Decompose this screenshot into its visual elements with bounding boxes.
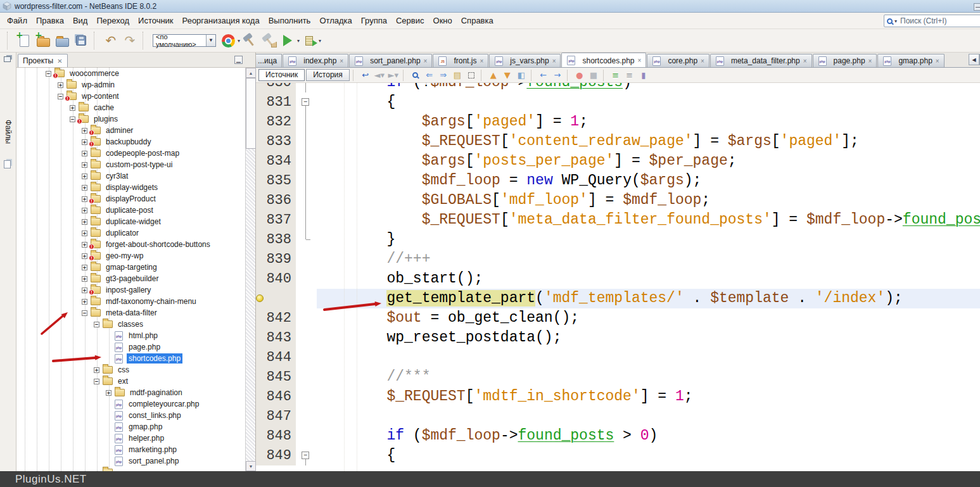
line-number-gutter[interactable]: 832 — [256, 112, 296, 132]
tree-toggle-slot[interactable]: + — [82, 151, 90, 156]
close-icon[interactable]: × — [869, 58, 872, 65]
run-project-button[interactable] — [279, 32, 296, 49]
line-number-gutter[interactable]: 840 — [256, 269, 296, 289]
expand-icon[interactable]: + — [82, 196, 87, 202]
tree-item-wp-content[interactable]: −!wp-content — [16, 91, 246, 102]
tree-item-inpost-gallery[interactable]: +!inpost-gallery — [16, 284, 246, 296]
collapse-icon[interactable]: − — [58, 94, 63, 99]
fold-column[interactable] — [296, 387, 317, 407]
menu-Правка[interactable]: Правка — [32, 14, 68, 27]
line-number-gutter[interactable]: 848 — [256, 426, 296, 446]
tab-core.php[interactable]: phpcore.php× — [647, 54, 710, 67]
tree-item-display-widgets[interactable]: +display-widgets — [16, 182, 246, 193]
scrollbar-thumb[interactable] — [246, 78, 256, 149]
line-number-gutter[interactable]: 847 — [256, 407, 296, 426]
search-input[interactable] — [899, 16, 967, 26]
save-all-button[interactable] — [72, 32, 90, 49]
menu-Сервис[interactable]: Сервис — [391, 14, 429, 27]
line-number-gutter[interactable]: 842 — [256, 308, 296, 328]
undo-button[interactable]: ↶ — [102, 32, 120, 49]
find-icon[interactable] — [409, 69, 422, 82]
fold-column[interactable] — [296, 426, 317, 446]
hint-bulb-icon[interactable] — [256, 294, 264, 302]
menu-Окно[interactable]: Окно — [429, 14, 457, 27]
tree-toggle-slot[interactable]: + — [58, 82, 66, 88]
tree-item-custom-post-type-ui[interactable]: +custom-post-type-ui — [16, 159, 246, 170]
tree-item-woocommerce[interactable]: −!woocommerce — [16, 68, 246, 79]
collapse-icon[interactable]: − — [94, 322, 99, 327]
fold-column[interactable] — [296, 112, 317, 132]
line-number-gutter[interactable] — [256, 289, 296, 308]
tree-item-html.php[interactable]: phphtml.php — [16, 330, 246, 341]
fold-column[interactable] — [296, 269, 317, 289]
tab-sort_panel.php[interactable]: phpsort_panel.php× — [349, 54, 432, 67]
tree-scrollbar[interactable]: ▲ ▼ — [245, 68, 255, 471]
tree-toggle-slot[interactable]: + — [70, 105, 78, 111]
tab-js_vars.php[interactable]: phpjs_vars.php× — [489, 54, 561, 67]
close-icon[interactable]: × — [480, 58, 483, 65]
close-icon[interactable]: × — [936, 58, 939, 65]
tree-item-duplicate-widget[interactable]: +duplicate-widget — [16, 216, 246, 227]
fold-column[interactable] — [296, 348, 317, 367]
line-number-gutter[interactable]: 838 — [256, 230, 296, 250]
tree-item-wp-admin[interactable]: +wp-admin — [16, 79, 246, 91]
comment-icon[interactable]: ≡ — [609, 69, 622, 82]
start-macro-icon[interactable]: ● — [573, 69, 586, 82]
menu-Переход[interactable]: Переход — [92, 14, 134, 27]
tree-item-gmap-targeting[interactable]: +gmap-targeting — [16, 262, 246, 273]
tree-item-codepeople-post-map[interactable]: +codepeople-post-map — [16, 148, 246, 159]
tree-toggle-slot[interactable]: + — [106, 390, 114, 396]
fold-column[interactable] — [296, 171, 317, 191]
tab-meta_data_filter.php[interactable]: phpmeta_data_filter.php× — [710, 54, 812, 67]
line-number-gutter[interactable]: 837 — [256, 210, 296, 230]
toggle-highlight-icon[interactable]: ▤ — [451, 69, 464, 82]
tree-item-cyr3lat[interactable]: +cyr3lat — [16, 170, 246, 182]
expand-icon[interactable]: + — [94, 367, 99, 373]
tree-item-marketing.php[interactable]: phpmarketing.php — [16, 444, 246, 455]
expand-icon[interactable]: + — [58, 82, 63, 88]
tree-toggle-slot[interactable]: + — [82, 231, 90, 236]
fold-column[interactable] — [296, 230, 317, 250]
tree-item-gt3-pagebuilder[interactable]: +gt3-pagebuilder — [16, 273, 246, 284]
tree-item-partial[interactable] — [16, 467, 246, 471]
jump-last-edit-icon[interactable]: ↩ — [359, 69, 372, 82]
tab-page.php[interactable]: phppage.php× — [813, 54, 877, 67]
close-icon[interactable]: × — [424, 58, 428, 65]
tree-item-mdtf-pagination[interactable]: +mdtf-pagination — [16, 387, 246, 398]
tree-item-page.php[interactable]: phppage.php — [16, 341, 246, 353]
expand-icon[interactable]: + — [82, 162, 87, 168]
tree-toggle-slot[interactable]: + — [82, 219, 90, 225]
collapse-icon[interactable]: − — [302, 98, 309, 106]
minimize-button[interactable]: — — [974, 3, 980, 11]
fold-column[interactable] — [296, 328, 317, 348]
line-number-gutter[interactable]: 844 — [256, 348, 296, 367]
collapse-icon[interactable]: − — [302, 452, 309, 459]
tab-index.php[interactable]: phpindex.php× — [283, 54, 348, 67]
fold-column[interactable] — [296, 83, 317, 92]
tree-item-sort_panel.php[interactable]: phpsort_panel.php — [16, 455, 246, 467]
menu-Справка[interactable]: Справка — [457, 14, 498, 27]
collapse-icon[interactable]: − — [82, 310, 87, 316]
scroll-tabs-left-icon[interactable]: ◀ — [969, 54, 979, 65]
tree-toggle-slot[interactable]: + — [82, 162, 90, 168]
menu-Источник[interactable]: Источник — [134, 14, 178, 27]
tree-item-backupbuddy[interactable]: +!backupbuddy — [16, 136, 246, 148]
close-icon[interactable]: ✕ — [57, 58, 62, 65]
tab-gmap.php[interactable]: phpgmap.php× — [877, 54, 944, 67]
line-number-gutter[interactable]: 835 — [256, 171, 296, 191]
expand-icon[interactable]: + — [82, 185, 87, 191]
uncomment-icon[interactable]: ≡ — [623, 69, 636, 82]
open-project-button[interactable] — [53, 32, 71, 49]
menu-Выполнить[interactable]: Выполнить — [264, 14, 315, 27]
fold-column[interactable] — [296, 132, 317, 151]
files-icon[interactable] — [4, 160, 11, 168]
stop-macro-icon[interactable]: ■ — [587, 69, 600, 82]
scroll-up-icon[interactable]: ▲ — [246, 68, 256, 78]
find-next-icon[interactable]: ⇒ — [437, 69, 450, 82]
redo-button[interactable]: ↷ — [121, 32, 139, 49]
tree-toggle-slot[interactable]: + — [94, 367, 102, 373]
tree-item-css[interactable]: +css — [16, 364, 246, 376]
expand-icon[interactable]: + — [82, 219, 87, 225]
fold-column[interactable]: − — [296, 446, 317, 465]
tree-item-geo-my-wp[interactable]: +!geo-my-wp — [16, 250, 246, 262]
